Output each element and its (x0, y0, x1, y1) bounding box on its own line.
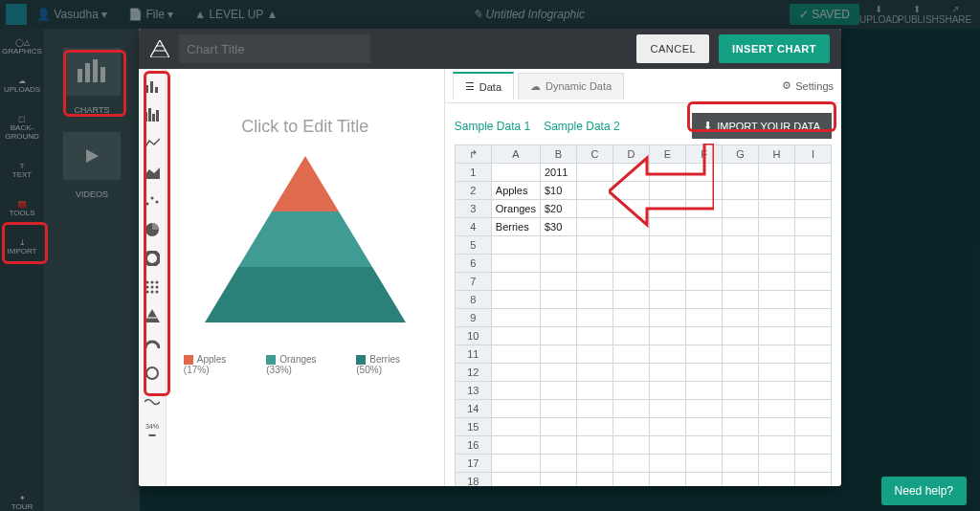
cell[interactable] (491, 400, 540, 418)
cell[interactable] (613, 327, 650, 345)
cancel-button[interactable]: CANCEL (636, 34, 709, 63)
cell[interactable] (491, 364, 540, 382)
cell[interactable] (613, 455, 650, 473)
cell[interactable] (686, 236, 723, 255)
cell[interactable]: $30 (541, 218, 577, 236)
bar-icon[interactable] (143, 77, 162, 96)
cell[interactable] (613, 364, 650, 382)
cell[interactable] (650, 473, 686, 487)
cell[interactable] (686, 345, 723, 364)
cell[interactable] (650, 327, 686, 345)
cell[interactable] (723, 236, 759, 255)
cell[interactable] (491, 436, 540, 455)
cell[interactable] (686, 273, 723, 291)
cell[interactable] (541, 291, 577, 309)
cell[interactable] (759, 455, 795, 473)
cell[interactable] (650, 291, 686, 309)
cell[interactable] (759, 473, 795, 487)
row-header[interactable]: 12 (455, 364, 491, 382)
cell[interactable] (541, 364, 577, 382)
cell[interactable] (759, 309, 795, 327)
cell[interactable] (577, 436, 613, 455)
cell[interactable] (723, 309, 759, 327)
tab-dynamic-data[interactable]: ☁Dynamic Data (518, 73, 624, 100)
cell[interactable] (577, 309, 613, 327)
sheet-corner[interactable]: ↱ (455, 145, 491, 164)
cell[interactable] (613, 382, 650, 400)
cell[interactable] (650, 236, 686, 255)
cell[interactable] (795, 273, 832, 291)
cell[interactable] (650, 364, 686, 382)
line-icon[interactable] (143, 134, 162, 153)
grid-icon[interactable] (143, 278, 162, 297)
cell[interactable] (795, 418, 832, 436)
cell[interactable] (650, 400, 686, 418)
cell[interactable] (613, 182, 650, 200)
cell[interactable] (723, 382, 759, 400)
cell[interactable] (541, 400, 577, 418)
spreadsheet[interactable]: ↱ABCDEFGHI120112Apples$103Oranges$204Ber… (445, 144, 841, 486)
cell[interactable] (650, 164, 686, 182)
area-icon[interactable] (143, 163, 162, 182)
cell[interactable] (723, 327, 759, 345)
cell[interactable] (686, 418, 723, 436)
cell[interactable] (723, 182, 759, 200)
cell[interactable] (686, 382, 723, 400)
cell[interactable] (613, 164, 650, 182)
cell[interactable] (759, 200, 795, 218)
cell[interactable] (723, 364, 759, 382)
row-header[interactable]: 15 (455, 418, 491, 436)
cell[interactable] (541, 255, 577, 273)
row-header[interactable]: 7 (455, 273, 491, 291)
cell[interactable] (613, 218, 650, 236)
sample-data-2[interactable]: Sample Data 2 (544, 120, 619, 133)
cell[interactable] (577, 164, 613, 182)
cell[interactable] (577, 345, 613, 364)
cell[interactable] (613, 255, 650, 273)
cell[interactable] (577, 255, 613, 273)
cell[interactable] (577, 382, 613, 400)
cell[interactable] (686, 327, 723, 345)
col-header[interactable]: I (795, 145, 832, 164)
cell[interactable] (795, 182, 832, 200)
column-icon[interactable] (143, 105, 162, 124)
pie-icon[interactable] (143, 220, 162, 239)
need-help-button[interactable]: Need help? (881, 477, 967, 505)
row-header[interactable]: 11 (455, 345, 491, 364)
cell[interactable] (686, 400, 723, 418)
cell[interactable] (577, 200, 613, 218)
cell[interactable] (650, 200, 686, 218)
cell[interactable] (541, 327, 577, 345)
cell[interactable] (577, 418, 613, 436)
cell[interactable] (795, 309, 832, 327)
cell[interactable] (795, 473, 832, 487)
col-header[interactable]: E (650, 145, 686, 164)
cell[interactable] (795, 255, 832, 273)
cell[interactable] (541, 236, 577, 255)
col-header[interactable]: H (759, 145, 795, 164)
chart-preview-title[interactable]: Click to Edit Title (241, 117, 368, 137)
row-header[interactable]: 10 (455, 327, 491, 345)
cell[interactable] (613, 473, 650, 487)
cell[interactable] (613, 436, 650, 455)
cell[interactable] (541, 473, 577, 487)
cell[interactable] (650, 418, 686, 436)
cell[interactable] (759, 436, 795, 455)
cell[interactable] (723, 255, 759, 273)
sample-data-1[interactable]: Sample Data 1 (455, 120, 530, 133)
cell[interactable]: $20 (541, 200, 577, 218)
cell[interactable] (723, 218, 759, 236)
cell[interactable] (723, 273, 759, 291)
cell[interactable] (795, 164, 832, 182)
row-header[interactable]: 13 (455, 382, 491, 400)
cell[interactable] (686, 309, 723, 327)
cell[interactable]: Apples (491, 182, 540, 200)
cell[interactable]: 2011 (541, 164, 577, 182)
col-header[interactable]: B (541, 145, 577, 164)
cell[interactable] (577, 218, 613, 236)
cell[interactable] (795, 345, 832, 364)
cell[interactable] (577, 291, 613, 309)
cell[interactable] (759, 418, 795, 436)
donut-icon[interactable] (143, 249, 162, 268)
ring-icon[interactable] (143, 364, 162, 383)
